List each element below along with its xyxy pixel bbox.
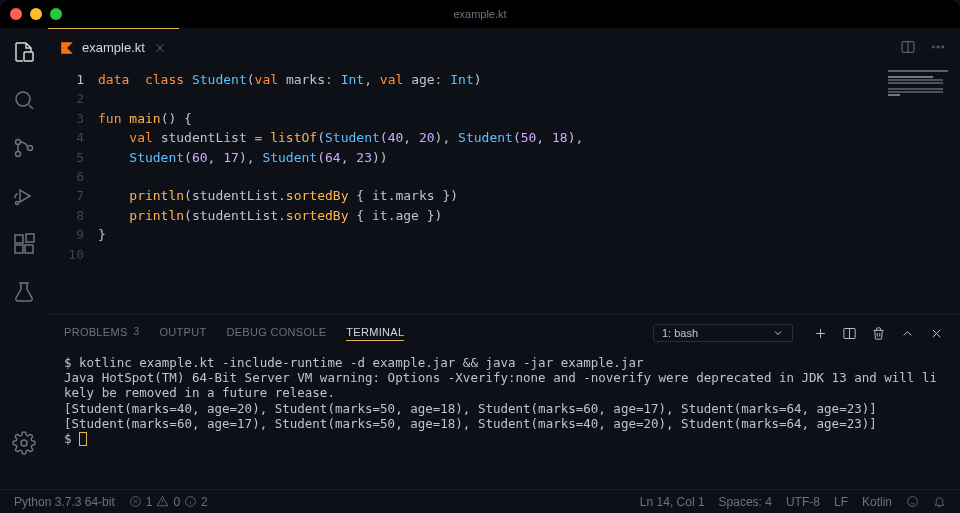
tab-example-kt[interactable]: example.kt: [48, 28, 179, 66]
status-python[interactable]: Python 3.7.3 64-bit: [14, 495, 115, 509]
kill-terminal-icon[interactable]: [871, 326, 886, 341]
status-bell-icon[interactable]: [933, 495, 946, 508]
search-icon[interactable]: [12, 88, 36, 112]
panel-tab-output[interactable]: OUTPUT: [159, 326, 206, 341]
split-editor-icon[interactable]: [900, 39, 916, 55]
status-errors[interactable]: 1 0 2: [129, 495, 208, 509]
minimap[interactable]: [880, 66, 960, 314]
code-area[interactable]: data class Student(val marks: Int, val a…: [98, 66, 880, 314]
svg-rect-0: [24, 52, 33, 61]
chevron-down-icon: [772, 327, 784, 339]
editor[interactable]: 12345678910 data class Student(val marks…: [48, 66, 960, 314]
svg-rect-9: [26, 234, 34, 242]
svg-rect-8: [25, 245, 33, 253]
svg-point-5: [16, 202, 19, 205]
svg-rect-7: [15, 245, 23, 253]
tab-close-icon[interactable]: [153, 41, 167, 55]
maximize-window-button[interactable]: [50, 8, 62, 20]
status-eol[interactable]: LF: [834, 495, 848, 509]
status-spaces[interactable]: Spaces: 4: [719, 495, 772, 509]
split-terminal-icon[interactable]: [842, 326, 857, 341]
settings-gear-icon[interactable]: [12, 431, 36, 455]
run-debug-icon[interactable]: [12, 184, 36, 208]
svg-point-14: [942, 46, 944, 48]
terminal-output[interactable]: $ kotlinc example.kt -include-runtime -d…: [48, 351, 960, 489]
svg-point-3: [16, 152, 21, 157]
bottom-panel: PROBLEMS 3 OUTPUT DEBUG CONSOLE TERMINAL…: [48, 314, 960, 489]
window-controls: [10, 8, 62, 20]
svg-point-10: [21, 440, 27, 446]
svg-point-1: [16, 92, 30, 106]
kotlin-file-icon: [60, 41, 74, 55]
status-bar: Python 3.7.3 64-bit 1 0 2 Ln 14, Col 1 S…: [0, 489, 960, 513]
title-bar: example.kt: [0, 0, 960, 28]
extensions-icon[interactable]: [12, 232, 36, 256]
close-window-button[interactable]: [10, 8, 22, 20]
panel-tab-debug-console[interactable]: DEBUG CONSOLE: [226, 326, 326, 341]
status-encoding[interactable]: UTF-8: [786, 495, 820, 509]
editor-tabs: example.kt: [48, 28, 960, 66]
panel-tab-terminal[interactable]: TERMINAL: [346, 326, 404, 341]
status-lncol[interactable]: Ln 14, Col 1: [640, 495, 705, 509]
tab-label: example.kt: [82, 40, 145, 55]
status-feedback-icon[interactable]: [906, 495, 919, 508]
source-control-icon[interactable]: [12, 136, 36, 160]
activity-bar: [0, 28, 48, 489]
explorer-icon[interactable]: [12, 40, 36, 64]
line-gutter: 12345678910: [48, 66, 98, 314]
terminal-selector[interactable]: 1: bash: [653, 324, 793, 342]
svg-point-18: [908, 497, 918, 507]
more-actions-icon[interactable]: [930, 39, 946, 55]
svg-point-13: [937, 46, 939, 48]
window-title: example.kt: [453, 8, 506, 20]
new-terminal-icon[interactable]: [813, 326, 828, 341]
maximize-panel-icon[interactable]: [900, 326, 915, 341]
svg-point-2: [16, 140, 21, 145]
problems-count: 3: [134, 326, 140, 337]
status-language[interactable]: Kotlin: [862, 495, 892, 509]
minimize-window-button[interactable]: [30, 8, 42, 20]
panel-tab-problems[interactable]: PROBLEMS 3: [64, 326, 139, 341]
svg-rect-6: [15, 235, 23, 243]
testing-icon[interactable]: [12, 280, 36, 304]
close-panel-icon[interactable]: [929, 326, 944, 341]
svg-point-12: [932, 46, 934, 48]
